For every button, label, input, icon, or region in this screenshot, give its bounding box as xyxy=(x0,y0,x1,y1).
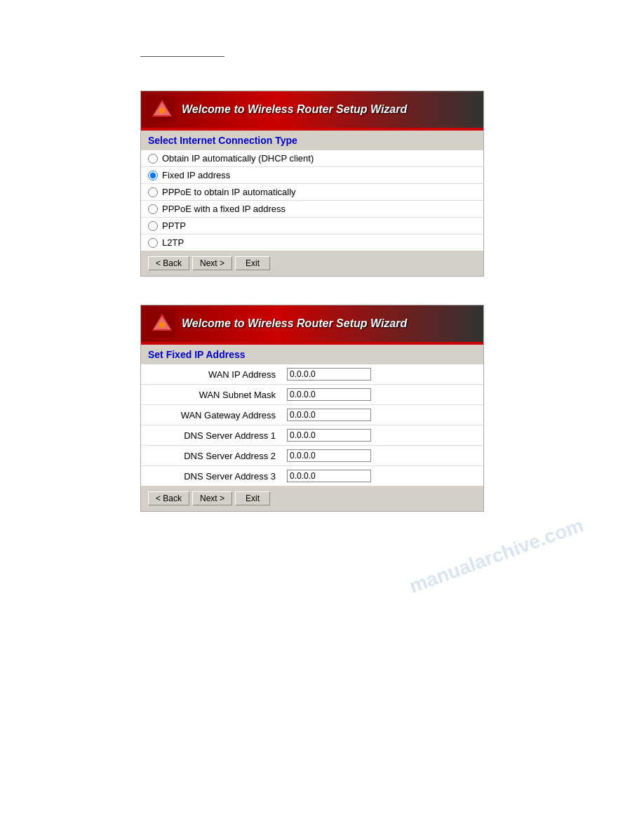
option-row-6: L2TP xyxy=(141,234,483,251)
field-input-cell-6 xyxy=(281,466,483,486)
option-label-4: PPPoE with a fixed IP address xyxy=(162,204,286,214)
page-wrapper: Welcome to Wireless Router Setup Wizard … xyxy=(14,14,630,512)
option-label-2: Fixed IP address xyxy=(162,170,230,180)
field-input-cell-2 xyxy=(281,385,483,405)
radio-opt1[interactable] xyxy=(148,154,158,164)
radio-opt2[interactable] xyxy=(148,171,158,180)
radio-opt3[interactable] xyxy=(148,187,158,197)
field-input-2[interactable] xyxy=(287,388,371,401)
option-row-2: Fixed IP address xyxy=(141,167,483,184)
wizard-title-1: Welcome to Wireless Router Setup Wizard xyxy=(182,103,407,116)
exit-button-2[interactable]: Exit xyxy=(235,491,270,505)
form-row-3: WAN Gateway Address xyxy=(141,405,483,425)
option-row-4: PPPoE with a fixed IP address xyxy=(141,201,483,218)
option-label-3: PPPoE to obtain IP automatically xyxy=(162,187,296,197)
field-input-cell-1 xyxy=(281,364,483,385)
svg-point-3 xyxy=(159,108,165,114)
form-row-2: WAN Subnet Mask xyxy=(141,385,483,405)
field-input-3[interactable] xyxy=(287,409,371,421)
next-button-2[interactable]: Next > xyxy=(192,491,232,505)
option-label-1: Obtain IP automatically (DHCP client) xyxy=(162,153,314,164)
wizard-panel-1: Welcome to Wireless Router Setup Wizard … xyxy=(140,91,484,277)
option-label-6: L2TP xyxy=(162,237,184,248)
field-input-4[interactable] xyxy=(287,429,371,442)
options-table-1: Obtain IP automatically (DHCP client)Fix… xyxy=(141,150,483,251)
button-row-1: < Back Next > Exit xyxy=(141,251,483,276)
form-row-5: DNS Server Address 2 xyxy=(141,446,483,466)
field-label-4: DNS Server Address 1 xyxy=(141,425,281,446)
section-title-1: Select Internet Connection Type xyxy=(141,131,483,150)
field-input-6[interactable] xyxy=(287,470,371,482)
exit-button-1[interactable]: Exit xyxy=(235,256,270,270)
wizard-header-1: Welcome to Wireless Router Setup Wizard xyxy=(141,91,483,128)
wizard-header-2: Welcome to Wireless Router Setup Wizard xyxy=(141,305,483,342)
back-button-2[interactable]: < Back xyxy=(148,491,189,505)
divider-line xyxy=(140,56,224,57)
button-row-2: < Back Next > Exit xyxy=(141,486,483,511)
form-row-1: WAN IP Address xyxy=(141,364,483,385)
radio-opt6[interactable] xyxy=(148,238,158,248)
option-row-1: Obtain IP automatically (DHCP client) xyxy=(141,150,483,167)
option-row-3: PPPoE to obtain IP automatically xyxy=(141,184,483,201)
field-input-cell-5 xyxy=(281,446,483,466)
wizard-logo-icon xyxy=(149,97,175,122)
field-label-1: WAN IP Address xyxy=(141,364,281,385)
field-input-1[interactable] xyxy=(287,368,371,380)
watermark: manualarchive.com xyxy=(406,514,586,526)
option-row-5: PPTP xyxy=(141,218,483,234)
option-label-5: PPTP xyxy=(162,220,186,231)
wizard-title-2: Welcome to Wireless Router Setup Wizard xyxy=(182,317,407,330)
field-input-cell-4 xyxy=(281,425,483,446)
svg-point-7 xyxy=(159,322,165,328)
form-row-4: DNS Server Address 1 xyxy=(141,425,483,446)
field-label-3: WAN Gateway Address xyxy=(141,405,281,425)
field-input-5[interactable] xyxy=(287,449,371,462)
field-label-5: DNS Server Address 2 xyxy=(141,446,281,466)
form-row-6: DNS Server Address 3 xyxy=(141,466,483,486)
next-button-1[interactable]: Next > xyxy=(192,256,232,270)
field-label-2: WAN Subnet Mask xyxy=(141,385,281,405)
radio-opt5[interactable] xyxy=(148,221,158,231)
back-button-1[interactable]: < Back xyxy=(148,256,189,270)
radio-opt4[interactable] xyxy=(148,204,158,214)
section-title-2: Set Fixed IP Address xyxy=(141,345,483,364)
field-input-cell-3 xyxy=(281,405,483,425)
field-label-6: DNS Server Address 3 xyxy=(141,466,281,486)
wizard-logo-icon-2 xyxy=(149,311,175,336)
wizard-panel-2: Welcome to Wireless Router Setup Wizard … xyxy=(140,305,484,512)
form-table-2: WAN IP AddressWAN Subnet MaskWAN Gateway… xyxy=(141,364,483,486)
